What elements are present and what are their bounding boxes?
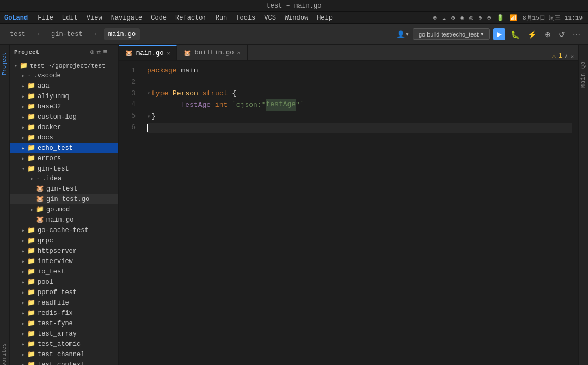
- coverage-button[interactable]: ⊕: [542, 29, 553, 40]
- build-button[interactable]: go build test/echo_test ▾: [413, 28, 490, 40]
- line-num-2: 2: [119, 77, 136, 88]
- tree-item-pool[interactable]: ▸ 📁 pool: [10, 277, 118, 287]
- tree-item-go-cache-test[interactable]: ▸ 📁 go-cache-test: [10, 225, 118, 235]
- favorites-panel-icon[interactable]: Favorites: [2, 341, 8, 365]
- toolbar-tab-test[interactable]: test: [5, 28, 30, 40]
- tree-item-echo-test[interactable]: ▸ 📁 echo_test: [10, 143, 118, 153]
- folder-icon-errors: 📁: [27, 154, 35, 162]
- tree-item-gin-test[interactable]: ▾ 📁 gin-test: [10, 163, 118, 174]
- tree-item-test-atomic[interactable]: ▸ 📁 test_atomic: [10, 339, 118, 349]
- tab-close-main-go[interactable]: ✕: [167, 50, 170, 57]
- arrow-custom-log: ▸: [20, 114, 27, 120]
- line-num-1: 1: [119, 65, 136, 77]
- menu-navigate[interactable]: Navigate: [107, 13, 147, 23]
- tree-label-io-test: io_test: [38, 268, 65, 276]
- warning-area: ⚠ 1 ∧ ✕: [552, 52, 578, 60]
- more-button[interactable]: ⋯: [571, 29, 583, 40]
- tree-item-httpserver[interactable]: ▸ 📁 httpserver: [10, 246, 118, 256]
- tree-label-echo-test: echo_test: [38, 144, 73, 152]
- menu-refactor[interactable]: Refactor: [171, 13, 211, 23]
- code-content[interactable]: package main ▾ type Person struct: [140, 61, 578, 365]
- tree-item-root[interactable]: ▾ 📁 test ~/goproject/test: [10, 60, 118, 71]
- tree-item-gin-test-go[interactable]: ▸ 🐹 gin_test.go: [10, 194, 118, 204]
- profile-button[interactable]: ⚡: [525, 29, 539, 40]
- warning-close-icon[interactable]: ✕: [570, 53, 574, 60]
- menu-file[interactable]: File: [33, 13, 58, 23]
- tree-item-errors[interactable]: ▸ 📁 errors: [10, 153, 118, 163]
- tree-item-grpc[interactable]: ▸ 📁 grpc: [10, 235, 118, 246]
- tree-item-test-array[interactable]: ▸ 📁 test_array: [10, 328, 118, 339]
- tree-item-aaa[interactable]: ▸ 📁 aaa: [10, 81, 118, 91]
- tree-item-go-mod[interactable]: ▸ 📁 go.mod: [10, 204, 118, 215]
- battery-icon: 🔋: [495, 14, 505, 21]
- string-tag-close: "`: [296, 100, 304, 111]
- build-dropdown-icon[interactable]: ▾: [481, 31, 484, 38]
- menu-run[interactable]: Run: [211, 13, 232, 23]
- tree-item-idea[interactable]: ▸ · .idea: [10, 174, 118, 184]
- menu-code[interactable]: Code: [146, 13, 171, 23]
- sidebar: Project ⊕ ⇄ ≡ – ▾ 📁 test ~/goproject/tes…: [10, 45, 119, 365]
- tree-item-io-test[interactable]: ▸ 📁 io_test: [10, 266, 118, 277]
- menu-edit[interactable]: Edit: [58, 13, 82, 23]
- project-panel-icon[interactable]: Project: [2, 50, 8, 77]
- rerun-button[interactable]: ↺: [556, 29, 567, 40]
- tree-label-aliyunmq: aliyunmq: [38, 93, 69, 100]
- fold-marker-5[interactable]: ▾: [147, 113, 150, 121]
- go-icon-gin-test-go: 🐹: [36, 195, 44, 203]
- folder-icon-test-context: 📁: [27, 361, 35, 365]
- sidebar-icon-add[interactable]: ⊕: [90, 48, 95, 57]
- menu-view[interactable]: View: [82, 13, 107, 23]
- dot-icon-idea: ·: [36, 175, 40, 182]
- arrow-errors: ▸: [20, 155, 27, 162]
- tree-item-redis-fix[interactable]: ▸ 📁 redis-fix: [10, 308, 118, 318]
- arrow-grpc: ▸: [20, 238, 27, 244]
- arrow-go-cache-test: ▸: [20, 227, 27, 234]
- tab-close-builtin-go[interactable]: ✕: [237, 50, 240, 56]
- tree-item-interview[interactable]: ▸ 📁 interview: [10, 256, 118, 266]
- sidebar-icon-collapse[interactable]: –: [109, 48, 114, 57]
- tree-item-pprof-test[interactable]: ▸ 📁 pprof_test: [10, 287, 118, 297]
- space-testage: [211, 100, 215, 111]
- warning-expand-icon[interactable]: ∧: [565, 53, 568, 60]
- tree-item-main-go-gin[interactable]: ▸ 🐹 main.go: [10, 215, 118, 225]
- menu-tools[interactable]: Tools: [231, 13, 260, 23]
- tree-label-test-fyne: test-fyne: [38, 320, 73, 327]
- empty-line-2: [147, 77, 151, 88]
- fold-marker-3[interactable]: ▾: [147, 89, 150, 98]
- menu-window[interactable]: Window: [280, 13, 313, 23]
- tree-label-test-array: test_array: [38, 330, 77, 338]
- run-button[interactable]: ▶: [493, 28, 505, 40]
- user-icon[interactable]: 👤▾: [396, 30, 409, 39]
- folder-icon-test-fyne: 📁: [27, 319, 35, 327]
- sidebar-icon-menu[interactable]: ≡: [103, 48, 107, 57]
- toolbar-tab-gin-test[interactable]: gin-test: [47, 28, 87, 40]
- folder-icon-go-mod: 📁: [36, 205, 44, 214]
- tree-item-test-context[interactable]: ▸ 📁 test_context: [10, 360, 118, 365]
- tree-item-aliyunmq[interactable]: ▸ 📁 aliyunmq: [10, 91, 118, 101]
- tree-item-vscode[interactable]: ▸ · .vscode: [10, 71, 118, 81]
- left-icon-bar: Project Favorites: [0, 45, 10, 365]
- tree-item-test-fyne[interactable]: ▸ 📁 test-fyne: [10, 318, 118, 328]
- tree-item-custom-log[interactable]: ▸ 📁 custom-log: [10, 112, 118, 122]
- toolbar-tab-main-go[interactable]: main.go: [104, 28, 140, 40]
- arrow-pprof-test: ▸: [20, 289, 27, 296]
- tree-item-gin-test-file[interactable]: ▸ 🐹 gin-test: [10, 184, 118, 194]
- editor-tab-main-go[interactable]: 🐹 main.go ✕: [119, 45, 177, 60]
- tree-item-docs[interactable]: ▸ 📁 docs: [10, 132, 118, 143]
- tree-item-test-channel[interactable]: ▸ 📁 test_channel: [10, 349, 118, 360]
- tree-item-docker[interactable]: ▸ 📁 docker: [10, 122, 118, 132]
- build-label: go build test/echo_test: [419, 31, 479, 38]
- tree-item-base32[interactable]: ▸ 📁 base32: [10, 101, 118, 112]
- editor-tab-builtin-go[interactable]: 🐹 builtin.go ✕: [177, 45, 247, 60]
- sidebar-icon-sync[interactable]: ⇄: [97, 48, 101, 57]
- debug-button[interactable]: 🐛: [509, 29, 522, 40]
- cursor: [147, 124, 148, 132]
- arrow-test-channel: ▸: [20, 351, 27, 358]
- space-1: [177, 65, 181, 77]
- tree-item-readfile[interactable]: ▸ 📁 readfile: [10, 297, 118, 308]
- menu-help[interactable]: Help: [313, 13, 337, 23]
- code-line-5: ▾ }: [147, 111, 572, 123]
- folder-icon-echo-test: 📁: [27, 144, 35, 152]
- code-area[interactable]: 1 2 3 4 5 6 package main: [119, 61, 578, 365]
- menu-vcs[interactable]: VCS: [260, 13, 280, 23]
